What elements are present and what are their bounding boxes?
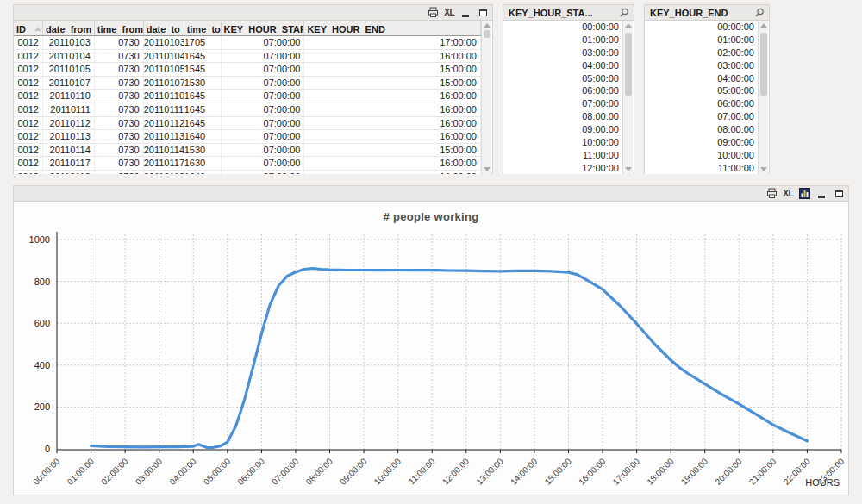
listbox-scrollbar[interactable] — [758, 21, 768, 174]
table-cell[interactable]: 15:00:00 — [304, 144, 481, 157]
table-cell[interactable]: 1645 — [184, 90, 222, 103]
list-item[interactable]: 09:00:00 — [503, 123, 622, 136]
table-cell[interactable]: 0730 — [95, 63, 144, 76]
column-header-id[interactable]: ID — [14, 21, 43, 35]
list-item[interactable]: 03:00:00 — [503, 47, 622, 59]
table-cell[interactable]: 07:00:00 — [222, 50, 305, 63]
list-item[interactable]: 12:00:00 — [503, 162, 622, 174]
table-cell[interactable]: 07:00:00 — [222, 103, 305, 116]
table-cell[interactable]: 07:00:00 — [222, 157, 305, 170]
scroll-thumb[interactable] — [760, 33, 767, 96]
table-cell[interactable]: 07:00:00 — [222, 77, 305, 90]
table-cell[interactable]: 0012 — [14, 171, 43, 174]
column-header-time_from[interactable]: time_from — [95, 21, 144, 35]
table-cell[interactable]: 0730 — [95, 157, 144, 170]
table-scrollbar[interactable] — [481, 21, 491, 174]
table-cell[interactable]: 20110107 — [43, 77, 95, 90]
minimize-icon[interactable] — [815, 188, 828, 199]
table-cell[interactable]: 20110105 — [144, 63, 184, 76]
scroll-up-icon[interactable] — [484, 23, 490, 28]
excel-export-icon[interactable]: XL — [783, 188, 793, 199]
table-cell[interactable]: 20110112 — [43, 117, 95, 130]
scroll-thumb[interactable] — [484, 30, 490, 38]
table-cell[interactable]: 20110111 — [43, 103, 95, 116]
table-cell[interactable]: 20110112 — [144, 117, 184, 130]
table-cell[interactable]: 16:00:00 — [304, 103, 481, 116]
list-item[interactable]: 07:00:00 — [503, 97, 622, 110]
search-icon[interactable] — [753, 7, 765, 18]
table-cell[interactable]: 1645 — [184, 117, 222, 130]
table-cell[interactable]: 1530 — [184, 144, 222, 157]
list-item[interactable]: 00:00:00 — [645, 21, 758, 34]
maximize-icon[interactable] — [833, 188, 845, 199]
list-item[interactable]: 02:00:00 — [645, 47, 758, 59]
list-item[interactable]: 00:00:00 — [503, 21, 622, 34]
list-item[interactable]: 04:00:00 — [645, 72, 758, 85]
column-header-time_to[interactable]: time_to — [184, 21, 222, 35]
print-icon[interactable] — [765, 188, 778, 199]
list-item[interactable]: 06:00:00 — [503, 84, 622, 97]
table-cell[interactable]: 07:00:00 — [222, 90, 305, 103]
table-cell[interactable]: 20110114 — [144, 144, 184, 157]
table-cell[interactable]: 0730 — [95, 117, 144, 130]
list-item[interactable]: 05:00:00 — [503, 72, 622, 85]
table-cell[interactable]: 20110117 — [43, 157, 95, 170]
table-cell[interactable]: 20110104 — [43, 50, 95, 63]
maximize-icon[interactable] — [477, 7, 489, 18]
table-cell[interactable]: 0012 — [14, 90, 43, 103]
table-cell[interactable]: 0730 — [95, 77, 144, 90]
table-cell[interactable]: 1640 — [184, 171, 222, 174]
table-cell[interactable]: 0012 — [14, 36, 43, 49]
table-cell[interactable]: 0012 — [14, 50, 43, 63]
list-item[interactable]: 08:00:00 — [503, 110, 622, 123]
list-item[interactable]: 10:00:00 — [503, 136, 622, 149]
list-item[interactable]: 01:00:00 — [645, 34, 758, 47]
table-cell[interactable]: 20110111 — [144, 103, 184, 116]
table-cell[interactable]: 0012 — [14, 63, 43, 76]
table-cell[interactable]: 16:00:00 — [304, 90, 481, 103]
table-cell[interactable]: 07:00:00 — [222, 171, 305, 174]
print-icon[interactable] — [427, 7, 439, 18]
table-cell[interactable]: 1640 — [184, 130, 222, 143]
table-cell[interactable]: 20110118 — [144, 171, 184, 174]
table-cell[interactable]: 0730 — [95, 144, 144, 157]
table-cell[interactable]: 20110113 — [43, 130, 95, 143]
scroll-down-icon[interactable] — [760, 167, 767, 171]
table-cell[interactable]: 20110103 — [43, 36, 95, 49]
chart-type-icon[interactable] — [798, 188, 810, 199]
table-cell[interactable]: 20110105 — [43, 63, 95, 76]
list-item[interactable]: 10:00:00 — [645, 149, 758, 162]
list-item[interactable]: 11:00:00 — [645, 162, 758, 174]
table-cell[interactable]: 20110110 — [144, 90, 184, 103]
table-cell[interactable]: 0012 — [14, 77, 43, 90]
table-cell[interactable]: 0012 — [14, 157, 43, 170]
table-cell[interactable]: 1645 — [184, 103, 222, 116]
search-icon[interactable] — [618, 7, 630, 18]
scroll-down-icon[interactable] — [484, 167, 490, 171]
list-item[interactable]: 03:00:00 — [645, 59, 758, 72]
table-cell[interactable]: 16:00:00 — [304, 171, 481, 174]
list-item[interactable]: 11:00:00 — [503, 149, 622, 162]
table-cell[interactable]: 07:00:00 — [222, 36, 305, 49]
table-cell[interactable]: 20110113 — [144, 130, 184, 143]
table-cell[interactable]: 0012 — [14, 130, 43, 143]
list-item[interactable]: 08:00:00 — [645, 123, 758, 136]
table-cell[interactable]: 07:00:00 — [222, 117, 305, 130]
minimize-icon[interactable] — [459, 7, 472, 18]
table-cell[interactable]: 1630 — [184, 157, 222, 170]
table-cell[interactable]: 20110103 — [144, 36, 184, 49]
table-cell[interactable]: 0730 — [95, 36, 144, 49]
column-header-date_to[interactable]: date_to — [144, 21, 184, 35]
table-cell[interactable]: 16:00:00 — [304, 130, 481, 143]
table-cell[interactable]: 0730 — [95, 171, 144, 174]
list-item[interactable]: 01:00:00 — [503, 34, 622, 47]
table-cell[interactable]: 16:00:00 — [304, 50, 481, 63]
list-item[interactable]: 04:00:00 — [503, 59, 622, 72]
table-cell[interactable]: 17:00:00 — [304, 36, 481, 49]
table-cell[interactable]: 07:00:00 — [222, 63, 305, 76]
table-cell[interactable]: 0730 — [95, 50, 144, 63]
table-cell[interactable]: 15:00:00 — [304, 63, 481, 76]
list-item[interactable]: 07:00:00 — [645, 110, 758, 123]
table-cell[interactable]: 0012 — [14, 117, 43, 130]
table-cell[interactable]: 15:00:00 — [304, 77, 481, 90]
